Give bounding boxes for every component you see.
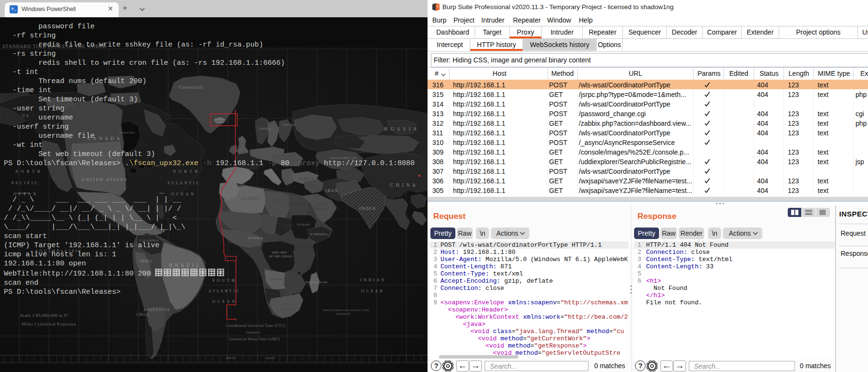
svg-text:Coordinated Universal Time (UT: Coordinated Universal Time (UTC) xyxy=(226,324,285,328)
svg-text:SOUTH: SOUTH xyxy=(281,302,294,306)
svg-text:Greenwich Mean Time (GMT): Greenwich Mean Time (GMT) xyxy=(229,337,280,341)
svg-text:CHILE: CHILE xyxy=(136,312,149,317)
svg-text:O C E A N: O C E A N xyxy=(212,300,235,304)
svg-text:French Southern and Antarctic: French Southern and Antarctic Lands xyxy=(323,309,369,312)
svg-text:(FRANCE): (FRANCE) xyxy=(336,312,350,316)
svg-text:Scale 1:85,000,000 at 0°: Scale 1:85,000,000 at 0° xyxy=(20,313,68,318)
svg-text:EAST: EAST xyxy=(266,356,276,360)
svg-text:WEST: WEST xyxy=(226,356,236,360)
svg-text:AFRICA: AFRICA xyxy=(281,307,294,311)
svg-text:Miller Cylindrical Projection: Miller Cylindrical Projection xyxy=(22,322,76,326)
svg-text:formerly: formerly xyxy=(246,330,260,335)
svg-text:ARGENTINA: ARGENTINA xyxy=(143,308,170,312)
